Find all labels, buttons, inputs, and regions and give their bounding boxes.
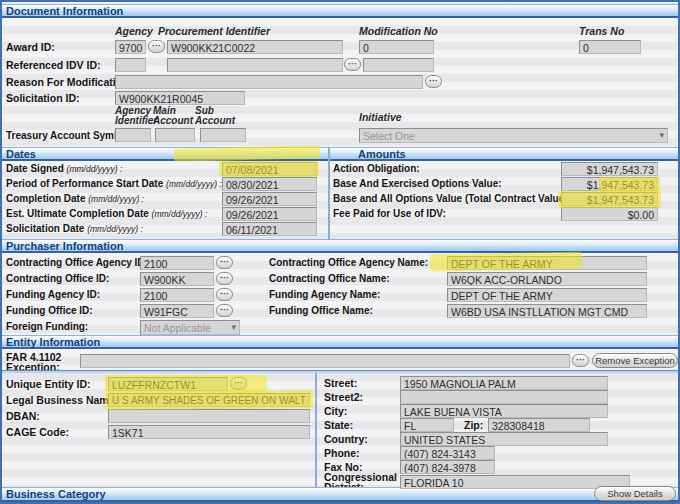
phone-label: Phone: <box>324 447 360 459</box>
tas-sub-account-field[interactable] <box>200 128 246 142</box>
zip-label: Zip: <box>464 419 483 431</box>
column-header-sub-account: Sub Account <box>195 106 237 126</box>
base-exercised-options-field: $1,947,543.73 <box>561 177 658 191</box>
base-all-options-label: Base and All Options Value (Total Contra… <box>333 193 571 204</box>
section-header-document-information: Document Information <box>2 4 678 18</box>
column-header-agency-identifier: Agency Identifier <box>115 106 151 126</box>
street-field: 1950 MAGNOLIA PALM <box>400 376 608 390</box>
foreign-funding-dropdown[interactable]: Not Applicable ▾ <box>140 320 240 335</box>
initiative-value: Select One <box>363 130 415 142</box>
column-header-main-account: Main Account <box>153 106 191 126</box>
city-label: City: <box>324 405 347 417</box>
entity-subsection-divider <box>2 370 678 373</box>
award-modification-no-field[interactable]: 0 <box>359 40 434 54</box>
country-label: Country: <box>324 433 368 445</box>
referenced-idv-procurement-identifier-field[interactable] <box>167 58 343 72</box>
foreign-funding-label: Foreign Funding: <box>6 321 88 332</box>
reason-for-modification-label: Reason For Modification: <box>6 76 132 88</box>
contracting-office-agency-id-field[interactable]: 2100 <box>140 256 214 270</box>
street2-label: Street2: <box>324 391 363 403</box>
section-title: Dates <box>6 148 36 160</box>
award-procurement-identifier-field[interactable]: W900KK21C0022 <box>167 40 343 54</box>
contracting-office-name-label: Contracting Office Name: <box>269 273 390 284</box>
contracting-office-name-field: W6QK ACC-ORLANDO <box>447 272 647 286</box>
date-signed-field[interactable]: 07/08/2021 <box>222 162 317 176</box>
contracting-office-id-lookup-button[interactable]: ··· <box>216 272 233 285</box>
est-ultimate-completion-date-label: Est. Ultimate Completion Date (mm/dd/yyy… <box>6 208 207 219</box>
country-field: UNITED STATES <box>400 432 608 446</box>
completion-date-field[interactable]: 09/26/2021 <box>222 192 317 206</box>
funding-office-id-label: Funding Office ID: <box>6 305 93 316</box>
funding-office-id-lookup-button[interactable]: ··· <box>216 304 233 317</box>
solicitation-date-field[interactable]: 06/11/2021 <box>222 222 317 236</box>
pop-start-date-label: Period of Performance Start Date (mm/dd/… <box>6 178 222 189</box>
funding-agency-name-field: DEPT OF THE ARMY <box>447 288 647 302</box>
award-agency-lookup-button[interactable]: ··· <box>148 40 165 53</box>
solicitation-date-label: Solicitation Date (mm/dd/yyyy) : <box>6 223 143 234</box>
zip-field: 328308418 <box>488 418 590 432</box>
date-signed-label: Date Signed (mm/dd/yyyy) : <box>6 163 122 174</box>
chevron-down-icon: ▾ <box>659 130 664 140</box>
legal-business-name-label: Legal Business Name: <box>6 394 118 406</box>
referenced-idv-id-label: Referenced IDV ID: <box>6 59 101 71</box>
column-header-modification-no: Modification No <box>359 25 438 37</box>
legal-business-name-field: U S ARMY SHADES OF GREEN ON WALT DIS <box>108 393 310 407</box>
section-title-amounts: Amounts <box>358 148 406 161</box>
funding-agency-id-lookup-button[interactable]: ··· <box>216 288 233 301</box>
foreign-funding-value: Not Applicable <box>144 322 211 334</box>
far-exception-label: FAR 4.1102 Exception: <box>6 352 61 372</box>
contracting-office-agency-name-field: DEPT OF THE ARMY <box>447 256 647 270</box>
ellipsis-icon: ··· <box>220 273 229 283</box>
chevron-down-icon: ▾ <box>231 322 236 332</box>
referenced-idv-agency-field[interactable] <box>115 58 146 72</box>
unique-entity-id-lookup-button[interactable]: ··· <box>230 377 247 390</box>
congressional-district-field: FLORIDA 10 <box>400 475 630 489</box>
state-field: FL <box>400 418 454 432</box>
phone-field: (407) 824-3143 <box>400 446 495 460</box>
ellipsis-icon: ··· <box>152 41 161 51</box>
section-title: Entity Information <box>6 336 100 348</box>
initiative-dropdown[interactable]: Select One ▾ <box>359 128 668 143</box>
section-title: Document Information <box>6 5 123 17</box>
dban-field <box>108 409 310 423</box>
solicitation-id-field[interactable]: W900KK21R0045 <box>115 91 245 105</box>
street2-field <box>400 390 608 404</box>
contracting-office-agency-id-lookup-button[interactable]: ··· <box>216 256 233 269</box>
referenced-idv-modification-no-field[interactable] <box>363 58 434 72</box>
remove-exception-button[interactable]: Remove Exception <box>592 353 678 368</box>
column-header-initiative: Initiative <box>359 111 402 123</box>
unique-entity-id-field[interactable]: LUZFFRNZCTW1 <box>108 377 228 391</box>
pop-start-date-field[interactable]: 08/30/2021 <box>222 177 317 191</box>
unique-entity-id-label: Unique Entity ID: <box>6 378 91 390</box>
show-details-button[interactable]: Show Details <box>594 486 676 501</box>
section-title: Business Category <box>6 488 106 500</box>
section-header-purchaser-information: Purchaser Information <box>2 239 678 253</box>
far-exception-lookup-button[interactable]: ··· <box>572 354 589 367</box>
section-header-business-category: Business Category <box>2 487 678 502</box>
state-label: State: <box>324 419 353 431</box>
base-all-options-field: $1,947,543.73 <box>561 192 658 206</box>
fee-paid-idv-label: Fee Paid for Use of IDV: <box>333 208 446 219</box>
solicitation-id-label: Solicitation ID: <box>6 92 80 104</box>
ellipsis-icon: ··· <box>234 378 243 388</box>
contracting-office-id-field[interactable]: W900KK <box>140 272 214 286</box>
tas-main-account-field[interactable] <box>155 128 195 142</box>
funding-office-name-label: Funding Office Name: <box>269 305 373 316</box>
reason-for-modification-field[interactable] <box>115 75 423 89</box>
far-exception-field[interactable] <box>80 354 570 368</box>
referenced-idv-lookup-button[interactable]: ··· <box>344 58 361 71</box>
award-id-agency-field[interactable]: 9700 <box>115 40 146 54</box>
city-field: LAKE BUENA VISTA <box>400 404 608 418</box>
funding-agency-id-field[interactable]: 2100 <box>140 288 214 302</box>
reason-for-modification-lookup-button[interactable]: ··· <box>425 75 442 88</box>
completion-date-label: Completion Date (mm/dd/yyyy) : <box>6 193 144 204</box>
est-ultimate-completion-date-field[interactable]: 09/26/2021 <box>222 207 317 221</box>
award-trans-no-field[interactable]: 0 <box>579 40 641 54</box>
section-header-entity-information: Entity Information <box>2 335 678 349</box>
entity-columns-divider <box>315 373 317 487</box>
tas-agency-identifier-field[interactable] <box>115 128 151 142</box>
section-title: Purchaser Information <box>6 240 123 252</box>
award-id-label: Award ID: <box>6 41 55 53</box>
funding-office-id-field[interactable]: W91FGC <box>140 304 214 318</box>
dban-label: DBAN: <box>6 410 40 422</box>
